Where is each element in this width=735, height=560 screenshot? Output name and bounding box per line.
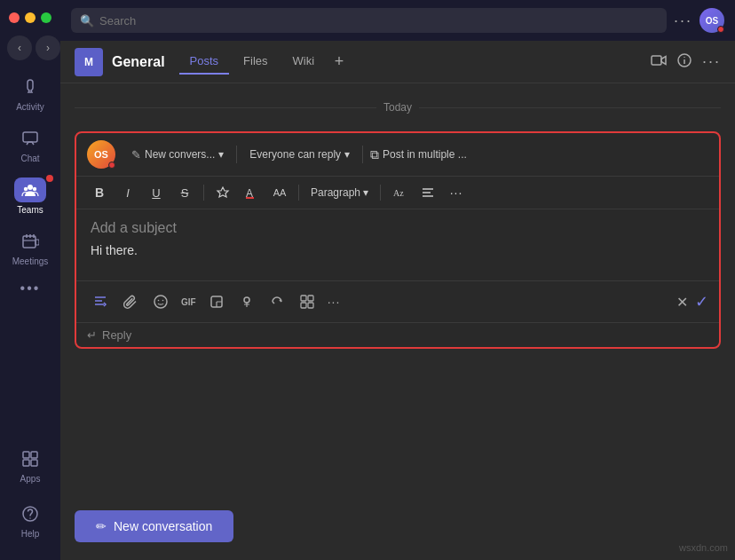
search-icon: 🔍 [80,14,94,28]
new-conv-btn-icon: ✏ [96,519,107,533]
channel-header-right: ··· [651,52,721,71]
paragraph-dropdown[interactable]: Paragraph ▾ [305,184,374,201]
new-conv-btn-label: New conversation [114,519,212,533]
channel-icon: M [75,48,103,76]
message-body-text[interactable]: Hi there. [91,243,705,257]
sidebar: ‹ › Activity Chat [0,0,60,560]
attach-button[interactable] [117,288,144,315]
loop-button[interactable] [264,288,290,315]
sidebar-item-chat[interactable]: Chat [0,119,60,170]
sidebar-more-button[interactable]: ••• [20,273,41,304]
send-button[interactable]: ✓ [695,292,708,312]
sidebar-item-help[interactable]: Help [14,494,46,546]
apps-label: Apps [20,474,41,484]
posts-area: Today OS ✎ New convers... ▾ E [60,83,735,500]
new-conv-icon: ✎ [131,148,141,162]
font-color-button[interactable]: A [239,180,264,205]
format-separator-2 [298,185,299,201]
underline-button[interactable]: U [144,180,169,205]
activity-label: Activity [16,102,44,112]
post-in-multiple-option[interactable]: ⧉ Post in multiple ... [370,147,467,162]
close-traffic-light[interactable] [9,12,20,23]
paragraph-dropdown-icon: ▾ [363,186,368,199]
praise-button[interactable] [233,288,260,315]
reply-footer[interactable]: ↵ Reply [76,322,719,347]
channel-tabs: Posts Files Wiki + [179,49,351,75]
apps-compose-button[interactable] [294,288,320,315]
tab-files[interactable]: Files [233,49,278,75]
teams-badge [46,175,53,182]
sidebar-item-teams[interactable]: Teams [0,170,60,222]
svg-point-23 [162,300,164,302]
new-conv-dropdown-icon: ▾ [218,148,224,161]
format-toolbar: B I U S A AA [76,177,719,209]
teams-label: Teams [17,205,43,215]
meetings-icon [14,229,46,254]
traffic-lights [0,7,51,32]
reply-label: Reply [102,328,131,342]
add-tab-button[interactable]: + [328,51,350,73]
option-separator-2 [362,146,363,163]
sidebar-bottom: Apps Help [14,439,46,553]
status-dot [717,26,724,33]
subject-field[interactable]: Add a subject [91,220,705,236]
back-button[interactable]: ‹ [7,35,32,60]
video-call-icon[interactable] [651,54,667,70]
highlight-button[interactable] [210,180,235,205]
nav-arrows: ‹ › [0,32,60,67]
user-avatar-top[interactable]: OS [699,8,724,33]
watermark: wsxdn.com [679,542,728,553]
sidebar-item-apps[interactable]: Apps [14,439,46,491]
strikethrough-button[interactable]: S [172,180,197,205]
everyone-reply-dropdown-icon: ▾ [344,148,350,161]
italic-button[interactable]: I [115,180,140,205]
svg-rect-26 [301,296,306,301]
more-options-button[interactable]: ··· [674,12,692,30]
svg-point-14 [684,56,684,57]
sticker-button[interactable] [203,288,230,315]
format-toggle-button[interactable] [87,288,114,315]
text-style-button[interactable]: Az [387,180,412,205]
info-icon[interactable] [677,53,692,71]
new-conversation-option[interactable]: ✎ New convers... ▾ [126,145,229,165]
post-in-icon: ⧉ [370,147,379,162]
discard-button[interactable]: ✕ [676,294,688,311]
bold-button[interactable]: B [87,180,112,205]
svg-point-2 [24,187,28,191]
compose-options: ✎ New convers... ▾ Everyone can reply ▾ … [126,145,708,165]
align-button[interactable] [415,180,440,205]
sidebar-item-activity[interactable]: Activity [0,67,60,119]
font-size-button[interactable]: AA [267,180,292,205]
tab-wiki[interactable]: Wiki [282,49,326,75]
forward-button[interactable]: › [36,35,60,60]
help-icon [14,501,46,526]
new-conversation-button[interactable]: ✏ New conversation [75,510,233,542]
more-dots-icon: ••• [20,280,41,296]
everyone-reply-option[interactable]: Everyone can reply ▾ [244,145,355,164]
compose-top-bar: OS ✎ New convers... ▾ Everyone can reply… [76,133,719,177]
emoji-button[interactable] [147,288,174,315]
svg-point-3 [33,187,36,191]
search-bar[interactable]: 🔍 [71,8,667,33]
date-divider: Today [75,101,721,114]
compose-body[interactable]: Add a subject Hi there. [76,209,719,280]
gif-button[interactable]: GIF [178,288,200,315]
svg-point-25 [244,297,249,303]
compose-author-avatar: OS [87,140,115,169]
meetings-label: Meetings [12,256,49,266]
tab-posts[interactable]: Posts [179,49,230,75]
sidebar-item-meetings[interactable]: Meetings [0,222,60,273]
activity-icon [14,75,46,99]
svg-point-22 [158,300,160,302]
more-compose-button[interactable]: ··· [324,288,344,315]
search-input[interactable] [99,14,658,28]
channel-more-icon[interactable]: ··· [702,52,721,71]
channel-name: General [112,54,165,70]
chat-icon [14,126,46,151]
svg-point-1 [28,185,33,190]
more-format-button[interactable]: ··· [444,180,469,205]
apps-icon [14,446,46,471]
minimize-traffic-light[interactable] [25,12,36,23]
maximize-traffic-light[interactable] [41,12,51,23]
svg-rect-0 [23,132,37,142]
